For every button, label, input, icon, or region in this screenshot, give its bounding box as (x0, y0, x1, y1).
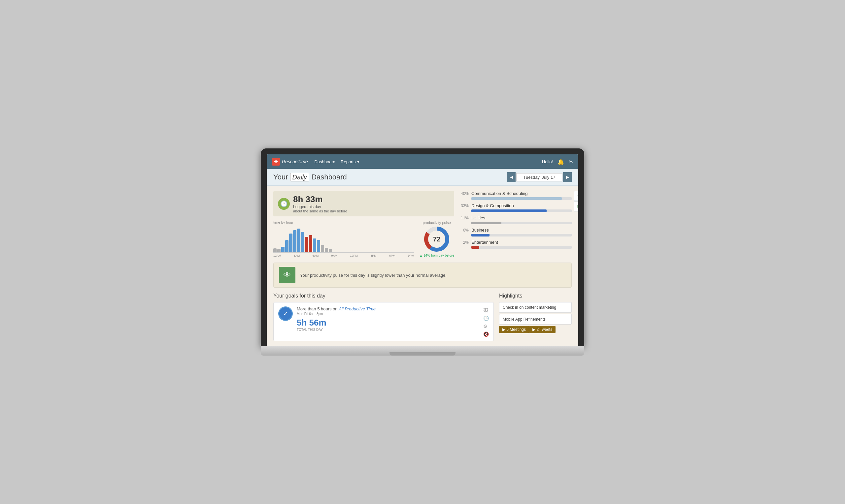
time-label: 12AM (273, 254, 281, 257)
category-pct: 11% (459, 216, 469, 220)
bar-item (301, 232, 304, 252)
laptop-base (261, 346, 584, 356)
logo-text: RescueTime (282, 159, 307, 164)
bar-chart (273, 226, 414, 253)
goal-time: 5h 56m (297, 318, 479, 328)
charts-area: time by hour 12AM3AM6AM9AM12PM3PM6PM9PM … (273, 220, 454, 257)
pulse-change: ▲ 14% from day before (419, 254, 454, 257)
screen-bezel: ✚ RescueTime Dashboard Reports ▾ Hello! (261, 148, 584, 346)
category-bar-fill (471, 246, 479, 249)
bar-item (285, 240, 288, 252)
time-label: 6PM (389, 254, 395, 257)
donut-chart: 72 (423, 226, 450, 252)
category-bar-fill (471, 222, 501, 224)
laptop-screen: ✚ RescueTime Dashboard Reports ▾ Hello! (267, 155, 578, 346)
pulse-value: 72 (433, 235, 440, 243)
image-icon[interactable]: 🖼 (483, 308, 489, 313)
time-labels: 12AM3AM6AM9AM12PM3PM6PM9PM (273, 254, 414, 257)
category-item: 33%Design & Composition (459, 203, 572, 212)
bar-item (317, 240, 320, 252)
add-widget-button[interactable]: + (574, 191, 578, 201)
logged-label: Logged this day (293, 204, 347, 209)
tools-icon[interactable]: ✂ (569, 159, 573, 165)
highlights-title: Highlights (499, 293, 572, 299)
category-bar-bg (471, 246, 572, 249)
highlight-item: Check in on content marketing (499, 302, 572, 313)
pulse-label: productivity pulse (423, 221, 451, 224)
bell-icon[interactable]: 🔔 (558, 159, 564, 165)
bar-item (273, 248, 277, 252)
left-panel: 🕐 8h 33m Logged this day about the same … (273, 191, 454, 257)
time-label: 3PM (370, 254, 376, 257)
clock-action-icon[interactable]: 🕐 (483, 316, 489, 321)
time-label: 6AM (313, 254, 319, 257)
bar-item (297, 229, 300, 252)
category-item: 40%Communication & Scheduling (459, 191, 572, 200)
bar-item (293, 230, 296, 252)
date-display: Tuesday, July 17 (516, 173, 562, 181)
nav-hello: Hello! (542, 159, 553, 164)
category-name: Communication & Scheduling (471, 191, 528, 196)
goal-card: ✓ More than 5 hours on All Productive Ti… (273, 302, 494, 341)
nav-links: Dashboard Reports ▾ (314, 159, 359, 164)
nav-reports[interactable]: Reports ▾ (341, 159, 359, 164)
prev-date-button[interactable]: ◀ (507, 172, 515, 182)
page-header: Your Daily Dashboard ◀ Tuesday, July 17 … (267, 169, 578, 186)
goal-content: More than 5 hours on All Productive Time… (297, 306, 479, 331)
category-bar-fill (471, 197, 562, 200)
highlights-tags: ▶ 5 Meetings▶ 2 Tweets (499, 326, 572, 335)
clock-icon: 🕐 (278, 198, 290, 210)
navbar: ✚ RescueTime Dashboard Reports ▾ Hello! (267, 155, 578, 169)
time-by-hour-chart: time by hour 12AM3AM6AM9AM12PM3PM6PM9PM (273, 220, 414, 257)
category-item: 11%Utilities (459, 215, 572, 224)
right-panel: 40%Communication & Scheduling33%Design &… (459, 191, 572, 257)
category-name: Business (471, 228, 489, 233)
next-date-button[interactable]: ▶ (563, 172, 572, 182)
bottom-section: Your goals for this day ✓ More than 5 ho… (273, 293, 572, 341)
category-bar-bg (471, 210, 572, 212)
highlights-panel: Highlights Check in on content marketing… (499, 293, 572, 341)
goal-badge: ✓ (278, 306, 293, 321)
goal-actions: 🖼 🕐 ⚙ 🔇 (483, 306, 489, 337)
goals-panel: Your goals for this day ✓ More than 5 ho… (273, 293, 494, 341)
category-item: 2%Entertainment (459, 240, 572, 249)
page-title: Your Daily Dashboard (273, 173, 347, 181)
laptop-wrapper: ✚ RescueTime Dashboard Reports ▾ Hello! (261, 148, 584, 356)
bar-item (313, 238, 316, 252)
time-chart-label: time by hour (273, 220, 414, 224)
highlight-item: Mobile App Refinements (499, 314, 572, 325)
bar-item (309, 235, 312, 252)
nav-dashboard[interactable]: Dashboard (314, 159, 335, 164)
time-label: 9AM (331, 254, 338, 257)
insight-box: 👁 Your productivity pulse for this day i… (273, 263, 572, 288)
panel-actions: + ≡ (574, 191, 578, 212)
insight-icon: 👁 (279, 267, 295, 283)
category-bar-bg (471, 197, 572, 200)
bar-item (281, 247, 284, 252)
category-bar-fill (471, 210, 547, 212)
goal-title: More than 5 hours on All Productive Time (297, 306, 479, 311)
bar-item (305, 237, 308, 252)
highlight-tag[interactable]: ▶ 2 Tweets (529, 326, 556, 333)
nav-right: Hello! 🔔 ✂ (542, 159, 573, 165)
bar-item (321, 245, 324, 252)
highlights-items: Check in on content marketingMobile App … (499, 302, 572, 325)
category-bar-bg (471, 234, 572, 236)
category-pct: 40% (459, 191, 469, 196)
goal-subtitle: Mon-Fri 6am-8pm (297, 312, 479, 316)
category-bar-fill (471, 234, 490, 236)
list-view-button[interactable]: ≡ (574, 201, 578, 212)
nav-logo: ✚ RescueTime (272, 158, 307, 166)
mute-icon[interactable]: 🔇 (483, 331, 489, 337)
goals-title: Your goals for this day (273, 293, 494, 299)
goal-total: TOTAL THIS DAY (297, 328, 479, 331)
date-nav: ◀ Tuesday, July 17 ▶ (507, 172, 572, 182)
logged-time: 8h 33m (293, 194, 323, 204)
time-label: 3AM (294, 254, 300, 257)
category-bar-bg (471, 222, 572, 224)
logged-info: 8h 33m Logged this day about the same as… (293, 194, 347, 213)
insight-text: Your productivity pulse for this day is … (300, 273, 446, 278)
highlight-tag[interactable]: ▶ 5 Meetings (499, 326, 529, 333)
settings-icon[interactable]: ⚙ (483, 324, 489, 329)
top-section: 🕐 8h 33m Logged this day about the same … (273, 191, 572, 257)
